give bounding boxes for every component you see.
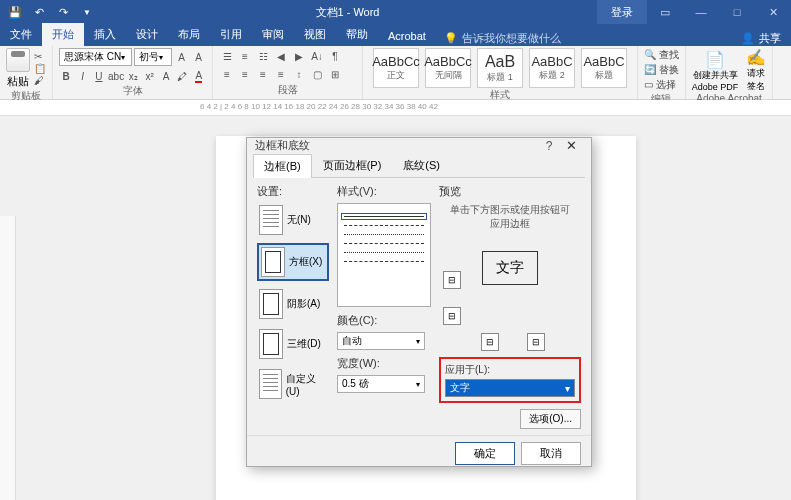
setting-none[interactable]: 无(N) xyxy=(257,203,329,237)
line-style-list[interactable] xyxy=(337,203,431,307)
border-right-btn[interactable]: ⊟ xyxy=(527,333,545,351)
setting-name: 阴影(A) xyxy=(287,297,320,311)
apply-to-select[interactable]: 文字 xyxy=(445,379,575,397)
dialog-body: 设置: 无(N) 方框(X) 阴影(A) 三维(D) 自定义(U) 样式(V):… xyxy=(247,178,591,435)
preview-box: ⊟ ⊟ 文字 ⊟ ⊟ xyxy=(439,251,581,351)
border-top-btn[interactable]: ⊟ xyxy=(443,271,461,289)
dialog-title: 边框和底纹 xyxy=(255,138,539,153)
dialog-footer: 确定 取消 xyxy=(247,435,591,471)
preview-hint-line2: 应用边框 xyxy=(439,217,581,231)
preview-label: 预览 xyxy=(439,184,581,199)
line-style-dashed3[interactable] xyxy=(344,261,424,262)
dialog-titlebar[interactable]: 边框和底纹 ? ✕ xyxy=(247,138,591,153)
dialog-overlay: 边框和底纹 ? ✕ 边框(B) 页面边框(P) 底纹(S) 设置: 无(N) 方… xyxy=(0,0,791,500)
chevron-down-icon: ▾ xyxy=(416,380,420,389)
apply-value: 文字 xyxy=(450,381,470,395)
setting-name: 三维(D) xyxy=(287,337,321,351)
line-style-dashed2[interactable] xyxy=(344,243,424,244)
border-bottom-btn[interactable]: ⊟ xyxy=(443,307,461,325)
width-label: 宽度(W): xyxy=(337,356,431,371)
line-style-dashed[interactable] xyxy=(344,225,424,226)
settings-column: 设置: 无(N) 方框(X) 阴影(A) 三维(D) 自定义(U) xyxy=(257,184,329,429)
chevron-down-icon: ▾ xyxy=(416,337,420,346)
dialog-close-icon[interactable]: ✕ xyxy=(559,138,583,153)
border-left-btn[interactable]: ⊟ xyxy=(481,333,499,351)
dialog-help-icon[interactable]: ? xyxy=(539,139,559,153)
dialog-tab-borders[interactable]: 边框(B) xyxy=(253,154,312,178)
preview-hint: 单击下方图示或使用按钮可 应用边框 xyxy=(439,203,581,231)
setting-3d[interactable]: 三维(D) xyxy=(257,327,329,361)
dialog-tab-shading[interactable]: 底纹(S) xyxy=(392,153,451,177)
apply-to-section: 应用于(L): 文字 xyxy=(439,357,581,403)
style-column: 样式(V): 颜色(C): 自动▾ 宽度(W): 0.5 磅▾ xyxy=(337,184,431,429)
dialog-tabs: 边框(B) 页面边框(P) 底纹(S) xyxy=(253,153,585,178)
color-label: 颜色(C): xyxy=(337,313,431,328)
thumb-3d-icon xyxy=(259,329,283,359)
color-value: 自动 xyxy=(342,334,362,348)
setting-shadow[interactable]: 阴影(A) xyxy=(257,287,329,321)
borders-shading-dialog: 边框和底纹 ? ✕ 边框(B) 页面边框(P) 底纹(S) 设置: 无(N) 方… xyxy=(246,137,592,467)
preview-canvas: 文字 xyxy=(482,251,538,285)
width-value: 0.5 磅 xyxy=(342,377,369,391)
options-button[interactable]: 选项(O)... xyxy=(520,409,581,429)
thumb-box-icon xyxy=(261,247,285,277)
style-label: 样式(V): xyxy=(337,184,431,199)
width-select[interactable]: 0.5 磅▾ xyxy=(337,375,425,393)
setting-custom[interactable]: 自定义(U) xyxy=(257,367,329,401)
line-style-dotted2[interactable] xyxy=(344,252,424,253)
preview-column: 预览 单击下方图示或使用按钮可 应用边框 ⊟ ⊟ 文字 ⊟ ⊟ 应用于(L): … xyxy=(439,184,581,429)
color-select[interactable]: 自动▾ xyxy=(337,332,425,350)
setting-box[interactable]: 方框(X) xyxy=(257,243,329,281)
thumb-custom-icon xyxy=(259,369,282,399)
line-style-solid[interactable] xyxy=(344,216,424,217)
ok-button[interactable]: 确定 xyxy=(455,442,515,465)
cancel-button[interactable]: 取消 xyxy=(521,442,581,465)
thumb-shadow-icon xyxy=(259,289,283,319)
setting-name: 自定义(U) xyxy=(286,372,327,397)
settings-label: 设置: xyxy=(257,184,329,199)
setting-name: 无(N) xyxy=(287,213,311,227)
line-style-dotted[interactable] xyxy=(344,234,424,235)
dialog-tab-page[interactable]: 页面边框(P) xyxy=(312,153,393,177)
setting-name: 方框(X) xyxy=(289,255,322,269)
apply-label: 应用于(L): xyxy=(445,363,575,377)
thumb-none-icon xyxy=(259,205,283,235)
preview-hint-line1: 单击下方图示或使用按钮可 xyxy=(439,203,581,217)
